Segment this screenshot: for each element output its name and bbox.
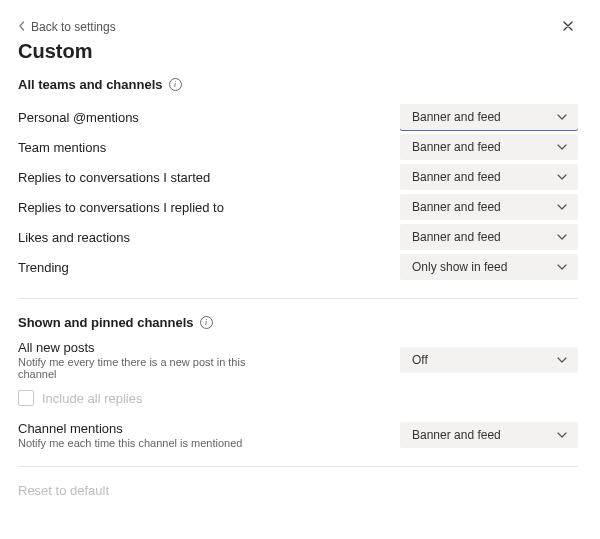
reset-to-default-button[interactable]: Reset to default — [18, 483, 578, 498]
info-icon[interactable]: i — [200, 316, 213, 329]
chevron-down-icon — [556, 113, 568, 121]
close-button[interactable] — [558, 18, 578, 36]
page-title: Custom — [18, 40, 578, 63]
chevron-down-icon — [556, 173, 568, 181]
personal-mentions-select[interactable]: Banner and feed — [400, 104, 578, 130]
back-to-settings-link[interactable]: Back to settings — [18, 20, 116, 34]
setting-label: Channel mentions — [18, 421, 242, 436]
select-value: Banner and feed — [412, 170, 501, 184]
select-value: Only show in feed — [412, 260, 507, 274]
select-value: Banner and feed — [412, 140, 501, 154]
replies-replied-select[interactable]: Banner and feed — [400, 194, 578, 220]
select-value: Banner and feed — [412, 110, 501, 124]
checkbox-icon — [18, 390, 34, 406]
chevron-left-icon — [18, 20, 25, 34]
back-link-label: Back to settings — [31, 20, 116, 34]
divider — [18, 298, 578, 299]
setting-label: All new posts — [18, 340, 278, 355]
chevron-down-icon — [556, 233, 568, 241]
divider — [18, 466, 578, 467]
section-header-pinned-label: Shown and pinned channels — [18, 315, 194, 330]
all-new-posts-select[interactable]: Off — [400, 347, 578, 373]
likes-reactions-select[interactable]: Banner and feed — [400, 224, 578, 250]
setting-label: Replies to conversations I replied to — [18, 200, 224, 215]
setting-label: Team mentions — [18, 140, 106, 155]
section-header-pinned: Shown and pinned channels i — [18, 315, 578, 330]
trending-select[interactable]: Only show in feed — [400, 254, 578, 280]
chevron-down-icon — [556, 143, 568, 151]
chevron-down-icon — [556, 203, 568, 211]
select-value: Banner and feed — [412, 200, 501, 214]
section-header-all: All teams and channels i — [18, 77, 578, 92]
chevron-down-icon — [556, 356, 568, 364]
select-value: Off — [412, 353, 428, 367]
setting-label: Replies to conversations I started — [18, 170, 210, 185]
setting-label: Trending — [18, 260, 69, 275]
setting-label: Personal @mentions — [18, 110, 139, 125]
replies-started-select[interactable]: Banner and feed — [400, 164, 578, 190]
include-all-replies-label: Include all replies — [42, 391, 142, 406]
select-value: Banner and feed — [412, 428, 501, 442]
chevron-down-icon — [556, 431, 568, 439]
section-header-all-label: All teams and channels — [18, 77, 163, 92]
select-value: Banner and feed — [412, 230, 501, 244]
chevron-down-icon — [556, 263, 568, 271]
setting-label: Likes and reactions — [18, 230, 130, 245]
close-icon — [562, 19, 574, 35]
team-mentions-select[interactable]: Banner and feed — [400, 134, 578, 160]
info-icon[interactable]: i — [169, 78, 182, 91]
include-all-replies-checkbox: Include all replies — [18, 390, 578, 406]
setting-sublabel: Notify me every time there is a new post… — [18, 356, 278, 380]
setting-sublabel: Notify me each time this channel is ment… — [18, 437, 242, 449]
channel-mentions-select[interactable]: Banner and feed — [400, 422, 578, 448]
